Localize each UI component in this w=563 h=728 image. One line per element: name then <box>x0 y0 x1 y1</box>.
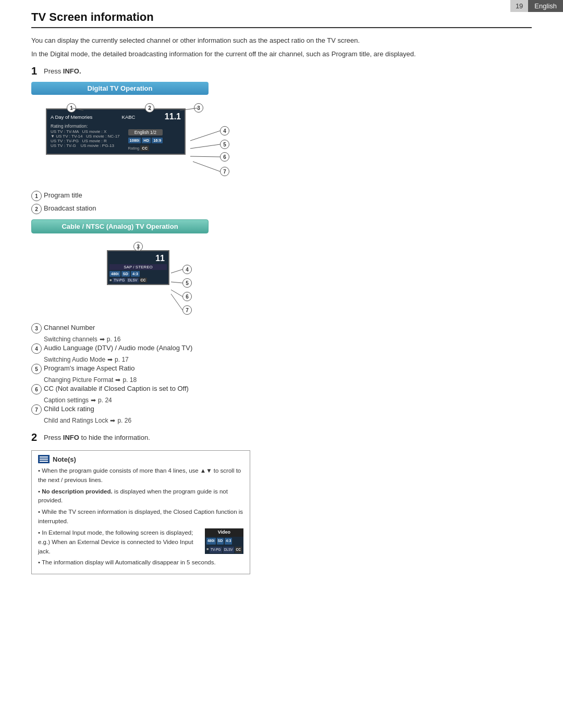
hd-badge: HD <box>142 138 151 143</box>
info-circle-3: 3 <box>31 323 42 334</box>
callout-6: 6 <box>220 152 229 162</box>
analog-callout-5: 5 <box>182 278 192 288</box>
analog-tvpg: TV-PG <box>113 278 126 282</box>
note-2: • No description provided. is displayed … <box>38 487 243 506</box>
page-language: English <box>528 0 563 12</box>
info-item-2: 2 Broadcast station <box>31 203 532 214</box>
note-4: • In External Input mode, the following … <box>38 528 243 556</box>
info-sub-6: Caption settings ➡ p. 24 <box>44 397 532 404</box>
step-2-text: Press INFO to hide the information. <box>44 431 150 441</box>
info-label-7: Child Lock rating <box>44 404 94 414</box>
info-circle-5: 5 <box>31 364 42 374</box>
info-item-3: 3 Channel Number <box>31 323 532 334</box>
info-label-6: CC (Not available if Closed Caption is s… <box>44 384 189 394</box>
notes-header: Note(s) <box>38 455 243 463</box>
page-badge: 19 English <box>510 0 563 12</box>
analog-section-bar: Cable / NTSC (Analog) TV Operation <box>31 219 209 233</box>
info-circle-7: 7 <box>31 404 42 415</box>
info-sub-5-text: Changing Picture Format <box>44 376 113 384</box>
info-sub-3-text: Switching channels <box>44 336 97 343</box>
rating-row-4: US TV : TV-G US movie : PG-13 <box>51 143 120 148</box>
svg-line-4 <box>190 144 220 149</box>
svg-line-3 <box>190 131 220 141</box>
svg-line-11 <box>171 294 182 310</box>
channel-display: 11.1 <box>165 112 181 121</box>
info-label-5: Program's image Aspect Ratio <box>44 363 134 374</box>
callout-1: 1 <box>67 103 76 113</box>
info-label-4: Audio Language (DTV) / Audio mode (Analo… <box>44 343 192 353</box>
rating-row-3: US TV : TV-PG US movie : R <box>51 139 120 143</box>
analog-channel: 11 <box>155 254 165 263</box>
info-sub-6-ref: p. 24 <box>98 397 112 404</box>
resolution-badge: 1080i <box>128 138 141 143</box>
svg-line-6 <box>193 162 220 171</box>
info-sub-5-ref: p. 18 <box>123 376 137 384</box>
sap-display: SAP / STEREO <box>109 264 167 270</box>
analog-callout-4: 4 <box>182 265 192 274</box>
info-item-5: 5 Program's image Aspect Ratio <box>31 363 532 374</box>
info-item-7: 7 Child Lock rating <box>31 404 532 415</box>
digital-section-bar: Digital TV Operation <box>31 82 209 95</box>
step-1-text: Press INFO. <box>44 65 81 75</box>
step-2-number: 2 <box>31 431 41 443</box>
intro-line1: You can display the currently selected c… <box>31 35 532 46</box>
info-sub-3: Switching channels ➡ p. 16 <box>44 336 532 343</box>
cc-badge: CC <box>140 145 149 151</box>
info-sub-6-text: Caption settings <box>44 397 89 404</box>
rating-row-1: US TV : TV-MA US movie : X <box>51 129 120 134</box>
video-badge-container: Video 480i SD 4:3 ■ TV-PG DLSV CC <box>205 528 243 554</box>
info-list-37: 3 Channel Number Switching channels ➡ p.… <box>31 323 532 424</box>
page-title: TV Screen information <box>31 10 532 28</box>
step-2: 2 Press INFO to hide the information. <box>31 431 532 443</box>
info-item-6: 6 CC (Not available if Closed Caption is… <box>31 384 532 394</box>
svg-line-9 <box>171 282 182 283</box>
ratio-badge: 16:9 <box>152 138 163 143</box>
callout-2: 2 <box>145 103 154 113</box>
info-circle-4: 4 <box>31 343 42 354</box>
info-sub-7-text: Child and Ratings Lock <box>44 417 108 424</box>
callout-4: 4 <box>220 126 229 135</box>
video-sd: SD <box>217 538 224 545</box>
analog-cc: CC <box>140 278 147 282</box>
info-circle-6: 6 <box>31 384 42 394</box>
info-sub-4-ref: p. 17 <box>115 356 129 363</box>
info-sub-7-arrow: ➡ <box>110 417 115 424</box>
info-sub-7: Child and Ratings Lock ➡ p. 26 <box>44 417 532 424</box>
callout-3: 3 <box>194 103 203 113</box>
analog-diagram: 11 SAP / STEREO 480i SD 4:3 ■ TV-PG DLSV… <box>31 238 250 318</box>
callout-5: 5 <box>220 140 229 149</box>
video-cc: CC <box>235 547 242 553</box>
notes-content: • When the program guide consists of mor… <box>38 466 243 567</box>
info-sub-7-ref: p. 26 <box>117 417 131 424</box>
video-resolution: 480i <box>206 538 216 545</box>
info-sub-3-ref: p. 16 <box>107 336 121 343</box>
analog-dlsv: DLSV <box>127 278 138 282</box>
program-title-display: A Day of Memories <box>51 114 92 120</box>
step-1: 1 Press INFO. <box>31 65 532 77</box>
note-5: • The information display will Automatic… <box>38 558 243 567</box>
info-sub-4-text: Switching Audio Mode <box>44 356 105 363</box>
info-circle-2: 2 <box>31 204 42 214</box>
step-1-number: 1 <box>31 65 41 77</box>
analog-callout-6: 6 <box>182 292 192 301</box>
info-sub-4-arrow: ➡ <box>107 356 113 363</box>
note-1: • When the program guide consists of mor… <box>38 466 243 485</box>
intro-line2: In the Digital mode, the detailed broadc… <box>31 49 532 59</box>
video-ratio: 4:3 <box>225 538 232 545</box>
video-tvpg: TV-PG <box>210 547 222 553</box>
lang-badge: English 1/2 <box>128 129 163 135</box>
info-sub-3-arrow: ➡ <box>100 336 105 343</box>
analog-tv-screen: 11 SAP / STEREO 480i SD 4:3 ■ TV-PG DLSV… <box>107 250 169 285</box>
svg-line-10 <box>171 290 182 297</box>
rating-label: Rating <box>128 146 140 151</box>
info-label-3: Channel Number <box>44 323 95 333</box>
callout-7: 7 <box>220 167 229 176</box>
analog-resolution: 480i <box>109 271 120 277</box>
info-sub-5-arrow: ➡ <box>115 376 120 384</box>
info-sub-6-arrow: ➡ <box>91 397 96 404</box>
notes-icon <box>38 455 50 463</box>
svg-line-8 <box>171 269 182 273</box>
digital-diagram: A Day of Memories KABC 11.1 Rating infor… <box>31 99 250 185</box>
video-title: Video <box>205 528 243 537</box>
info-list-12: 1 Program title 2 Broadcast station <box>31 190 532 214</box>
